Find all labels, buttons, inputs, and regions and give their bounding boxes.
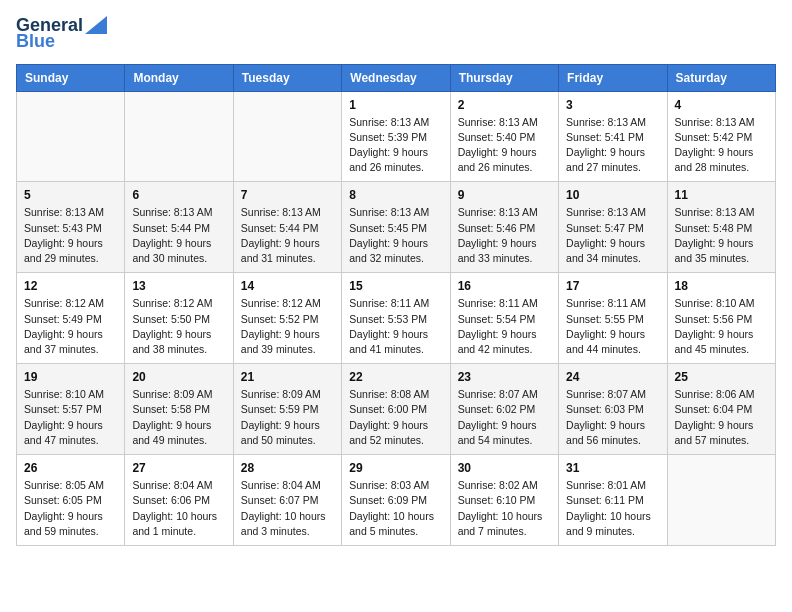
- day-number: 17: [566, 279, 659, 293]
- day-info: Sunrise: 8:13 AM Sunset: 5:48 PM Dayligh…: [675, 205, 768, 266]
- day-number: 29: [349, 461, 442, 475]
- calendar-cell: 1Sunrise: 8:13 AM Sunset: 5:39 PM Daylig…: [342, 91, 450, 182]
- day-number: 11: [675, 188, 768, 202]
- day-number: 22: [349, 370, 442, 384]
- day-number: 1: [349, 98, 442, 112]
- day-info: Sunrise: 8:13 AM Sunset: 5:40 PM Dayligh…: [458, 115, 551, 176]
- day-info: Sunrise: 8:05 AM Sunset: 6:05 PM Dayligh…: [24, 478, 117, 539]
- calendar-cell: 12Sunrise: 8:12 AM Sunset: 5:49 PM Dayli…: [17, 273, 125, 364]
- day-info: Sunrise: 8:13 AM Sunset: 5:47 PM Dayligh…: [566, 205, 659, 266]
- calendar-cell: 26Sunrise: 8:05 AM Sunset: 6:05 PM Dayli…: [17, 455, 125, 546]
- day-info: Sunrise: 8:13 AM Sunset: 5:44 PM Dayligh…: [132, 205, 225, 266]
- day-number: 27: [132, 461, 225, 475]
- calendar-cell: 8Sunrise: 8:13 AM Sunset: 5:45 PM Daylig…: [342, 182, 450, 273]
- day-number: 2: [458, 98, 551, 112]
- day-info: Sunrise: 8:09 AM Sunset: 5:58 PM Dayligh…: [132, 387, 225, 448]
- calendar-cell: 31Sunrise: 8:01 AM Sunset: 6:11 PM Dayli…: [559, 455, 667, 546]
- day-header-tuesday: Tuesday: [233, 64, 341, 91]
- day-number: 13: [132, 279, 225, 293]
- day-number: 14: [241, 279, 334, 293]
- day-header-thursday: Thursday: [450, 64, 558, 91]
- calendar-cell: [233, 91, 341, 182]
- calendar-week-row: 5Sunrise: 8:13 AM Sunset: 5:43 PM Daylig…: [17, 182, 776, 273]
- day-number: 5: [24, 188, 117, 202]
- day-number: 19: [24, 370, 117, 384]
- calendar-cell: 17Sunrise: 8:11 AM Sunset: 5:55 PM Dayli…: [559, 273, 667, 364]
- calendar-week-row: 12Sunrise: 8:12 AM Sunset: 5:49 PM Dayli…: [17, 273, 776, 364]
- calendar-week-row: 19Sunrise: 8:10 AM Sunset: 5:57 PM Dayli…: [17, 364, 776, 455]
- calendar-cell: 7Sunrise: 8:13 AM Sunset: 5:44 PM Daylig…: [233, 182, 341, 273]
- logo: General Blue: [16, 16, 107, 52]
- day-number: 3: [566, 98, 659, 112]
- day-info: Sunrise: 8:13 AM Sunset: 5:45 PM Dayligh…: [349, 205, 442, 266]
- calendar-cell: [667, 455, 775, 546]
- day-info: Sunrise: 8:13 AM Sunset: 5:43 PM Dayligh…: [24, 205, 117, 266]
- svg-marker-0: [85, 16, 107, 34]
- day-info: Sunrise: 8:13 AM Sunset: 5:41 PM Dayligh…: [566, 115, 659, 176]
- calendar-cell: 10Sunrise: 8:13 AM Sunset: 5:47 PM Dayli…: [559, 182, 667, 273]
- day-number: 6: [132, 188, 225, 202]
- day-info: Sunrise: 8:08 AM Sunset: 6:00 PM Dayligh…: [349, 387, 442, 448]
- day-info: Sunrise: 8:12 AM Sunset: 5:50 PM Dayligh…: [132, 296, 225, 357]
- calendar-cell: 23Sunrise: 8:07 AM Sunset: 6:02 PM Dayli…: [450, 364, 558, 455]
- day-info: Sunrise: 8:07 AM Sunset: 6:02 PM Dayligh…: [458, 387, 551, 448]
- calendar-cell: [125, 91, 233, 182]
- calendar-cell: 4Sunrise: 8:13 AM Sunset: 5:42 PM Daylig…: [667, 91, 775, 182]
- day-header-sunday: Sunday: [17, 64, 125, 91]
- calendar-cell: 5Sunrise: 8:13 AM Sunset: 5:43 PM Daylig…: [17, 182, 125, 273]
- calendar-cell: 14Sunrise: 8:12 AM Sunset: 5:52 PM Dayli…: [233, 273, 341, 364]
- calendar-cell: 22Sunrise: 8:08 AM Sunset: 6:00 PM Dayli…: [342, 364, 450, 455]
- calendar-cell: 6Sunrise: 8:13 AM Sunset: 5:44 PM Daylig…: [125, 182, 233, 273]
- day-number: 7: [241, 188, 334, 202]
- day-info: Sunrise: 8:04 AM Sunset: 6:07 PM Dayligh…: [241, 478, 334, 539]
- day-info: Sunrise: 8:04 AM Sunset: 6:06 PM Dayligh…: [132, 478, 225, 539]
- calendar-cell: 2Sunrise: 8:13 AM Sunset: 5:40 PM Daylig…: [450, 91, 558, 182]
- day-info: Sunrise: 8:11 AM Sunset: 5:54 PM Dayligh…: [458, 296, 551, 357]
- calendar-cell: 30Sunrise: 8:02 AM Sunset: 6:10 PM Dayli…: [450, 455, 558, 546]
- calendar-cell: 13Sunrise: 8:12 AM Sunset: 5:50 PM Dayli…: [125, 273, 233, 364]
- calendar-cell: 29Sunrise: 8:03 AM Sunset: 6:09 PM Dayli…: [342, 455, 450, 546]
- day-number: 23: [458, 370, 551, 384]
- day-info: Sunrise: 8:10 AM Sunset: 5:57 PM Dayligh…: [24, 387, 117, 448]
- day-info: Sunrise: 8:03 AM Sunset: 6:09 PM Dayligh…: [349, 478, 442, 539]
- logo-bird-icon: [85, 12, 107, 34]
- day-info: Sunrise: 8:09 AM Sunset: 5:59 PM Dayligh…: [241, 387, 334, 448]
- day-info: Sunrise: 8:13 AM Sunset: 5:44 PM Dayligh…: [241, 205, 334, 266]
- day-info: Sunrise: 8:10 AM Sunset: 5:56 PM Dayligh…: [675, 296, 768, 357]
- day-info: Sunrise: 8:12 AM Sunset: 5:52 PM Dayligh…: [241, 296, 334, 357]
- day-number: 8: [349, 188, 442, 202]
- day-number: 15: [349, 279, 442, 293]
- logo-text-blue: Blue: [16, 32, 55, 52]
- calendar-table: SundayMondayTuesdayWednesdayThursdayFrid…: [16, 64, 776, 546]
- day-info: Sunrise: 8:07 AM Sunset: 6:03 PM Dayligh…: [566, 387, 659, 448]
- calendar-cell: 27Sunrise: 8:04 AM Sunset: 6:06 PM Dayli…: [125, 455, 233, 546]
- day-header-saturday: Saturday: [667, 64, 775, 91]
- day-number: 31: [566, 461, 659, 475]
- calendar-week-row: 1Sunrise: 8:13 AM Sunset: 5:39 PM Daylig…: [17, 91, 776, 182]
- calendar-cell: 11Sunrise: 8:13 AM Sunset: 5:48 PM Dayli…: [667, 182, 775, 273]
- day-info: Sunrise: 8:13 AM Sunset: 5:39 PM Dayligh…: [349, 115, 442, 176]
- day-number: 20: [132, 370, 225, 384]
- calendar-cell: 28Sunrise: 8:04 AM Sunset: 6:07 PM Dayli…: [233, 455, 341, 546]
- day-info: Sunrise: 8:13 AM Sunset: 5:42 PM Dayligh…: [675, 115, 768, 176]
- calendar-header-row: SundayMondayTuesdayWednesdayThursdayFrid…: [17, 64, 776, 91]
- calendar-cell: 3Sunrise: 8:13 AM Sunset: 5:41 PM Daylig…: [559, 91, 667, 182]
- day-number: 26: [24, 461, 117, 475]
- calendar-week-row: 26Sunrise: 8:05 AM Sunset: 6:05 PM Dayli…: [17, 455, 776, 546]
- day-header-friday: Friday: [559, 64, 667, 91]
- day-info: Sunrise: 8:06 AM Sunset: 6:04 PM Dayligh…: [675, 387, 768, 448]
- day-number: 16: [458, 279, 551, 293]
- day-number: 30: [458, 461, 551, 475]
- day-info: Sunrise: 8:11 AM Sunset: 5:53 PM Dayligh…: [349, 296, 442, 357]
- calendar-cell: 25Sunrise: 8:06 AM Sunset: 6:04 PM Dayli…: [667, 364, 775, 455]
- calendar-cell: 15Sunrise: 8:11 AM Sunset: 5:53 PM Dayli…: [342, 273, 450, 364]
- day-number: 10: [566, 188, 659, 202]
- day-header-wednesday: Wednesday: [342, 64, 450, 91]
- day-number: 12: [24, 279, 117, 293]
- day-number: 18: [675, 279, 768, 293]
- day-number: 9: [458, 188, 551, 202]
- day-info: Sunrise: 8:12 AM Sunset: 5:49 PM Dayligh…: [24, 296, 117, 357]
- calendar-cell: 24Sunrise: 8:07 AM Sunset: 6:03 PM Dayli…: [559, 364, 667, 455]
- calendar-cell: 19Sunrise: 8:10 AM Sunset: 5:57 PM Dayli…: [17, 364, 125, 455]
- calendar-cell: 18Sunrise: 8:10 AM Sunset: 5:56 PM Dayli…: [667, 273, 775, 364]
